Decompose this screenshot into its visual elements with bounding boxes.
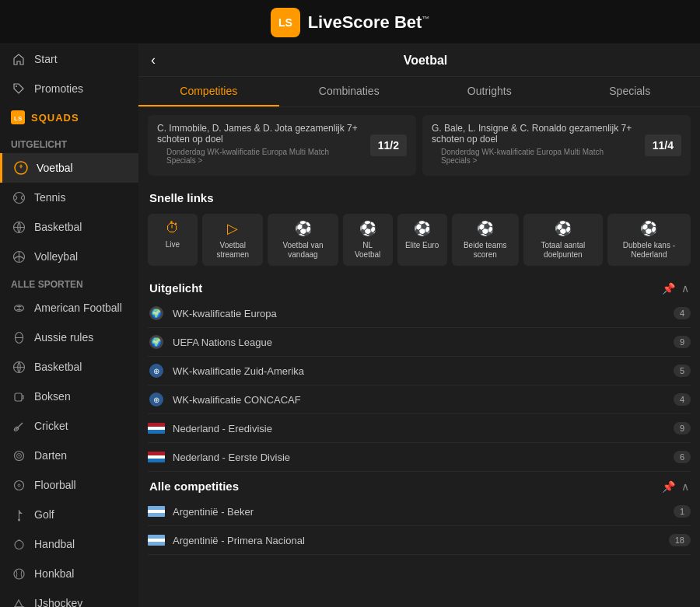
tab-bar: Competities Combinaties Outrights Specia… bbox=[138, 77, 700, 107]
live-icon: ⏱ bbox=[166, 220, 180, 236]
ql-streamen[interactable]: ▷ Voetbal streamen bbox=[202, 214, 263, 266]
collapse2-icon[interactable]: ∧ bbox=[681, 480, 689, 493]
globe2-icon: 🌍 bbox=[149, 335, 163, 349]
sidebar-item-floorball[interactable]: Floorball bbox=[0, 470, 138, 500]
sidebar-item-aussie-rules[interactable]: Aussie rules bbox=[0, 323, 138, 352]
conf-icon: ⊕ bbox=[149, 364, 163, 378]
sidebar-item-ijshockey[interactable]: IJshockey bbox=[0, 588, 138, 607]
cricket-icon bbox=[11, 418, 26, 434]
logo-icon: LS bbox=[271, 8, 300, 37]
sidebar-item-american-football[interactable]: American Football bbox=[0, 293, 138, 323]
uitgelicht-actions: 📌 ∧ bbox=[662, 282, 689, 295]
sidebar-item-basketbal2[interactable]: Basketbal bbox=[0, 352, 138, 382]
ql-nl-voetbal[interactable]: ⚽ NL Voetbal bbox=[343, 214, 393, 266]
ql-streamen-label: Voetbal streamen bbox=[210, 241, 255, 260]
pin2-icon[interactable]: 📌 bbox=[662, 480, 675, 493]
golf-icon bbox=[11, 507, 26, 522]
svg-text:LS: LS bbox=[14, 115, 23, 122]
sidebar-item-handbal[interactable]: Handbal bbox=[0, 529, 138, 559]
promo-odds-0[interactable]: 11/2 bbox=[370, 134, 407, 156]
main-layout: Start Promoties LS SQUADS Uitgelicht bbox=[0, 44, 700, 607]
tennis-icon bbox=[11, 190, 26, 205]
ql-live[interactable]: ⏱ Live bbox=[148, 214, 198, 266]
comp-name-uefa: UEFA Nations League bbox=[173, 337, 674, 348]
basketball-icon bbox=[11, 219, 26, 235]
svg-marker-20 bbox=[19, 511, 23, 514]
stream-icon: ▷ bbox=[227, 220, 238, 237]
quick-links-row: ⏱ Live ▷ Voetbal streamen ⚽ Voetbal van … bbox=[138, 209, 700, 274]
svg-marker-4 bbox=[19, 164, 23, 169]
comp-item-eerste[interactable]: Nederland - Eerste Divisie 6 bbox=[148, 443, 691, 472]
tab-competities[interactable]: Competities bbox=[138, 77, 279, 106]
logo: LS LiveScore Bet™ bbox=[271, 8, 430, 37]
sidebar-item-start[interactable]: Start bbox=[0, 44, 138, 74]
comp-item-eredivisie[interactable]: Nederland - Eredivisie 9 bbox=[148, 414, 691, 443]
tab-outrights[interactable]: Outrights bbox=[419, 77, 560, 106]
volleyball-icon bbox=[11, 249, 26, 264]
alle-comp-header: Alle competities 📌 ∧ bbox=[138, 472, 700, 497]
sidebar-item-volleybal[interactable]: Volleybal bbox=[0, 242, 138, 271]
home-icon bbox=[11, 51, 26, 67]
promo-card-1[interactable]: G. Bale, L. Insigne & C. Ronaldo gezamen… bbox=[422, 115, 691, 176]
sidebar-item-honkbal[interactable]: Honkbal bbox=[0, 559, 138, 588]
sidebar-item-voetbal[interactable]: Voetbal bbox=[0, 153, 138, 183]
aussie-icon bbox=[11, 330, 26, 345]
ql-elite-label: Elite Euro bbox=[405, 241, 439, 250]
baseball-icon bbox=[11, 566, 26, 581]
tab-combinaties[interactable]: Combinaties bbox=[279, 77, 420, 106]
svg-point-21 bbox=[18, 518, 20, 521]
sidebar-item-boksen[interactable]: Boksen bbox=[0, 382, 138, 411]
comp-name-wk-europa: WK-kwalificatie Europa bbox=[173, 308, 674, 319]
sidebar-item-promoties[interactable]: Promoties bbox=[0, 74, 138, 103]
comp-item-arg-beker[interactable]: Argentinië - Beker 1 bbox=[148, 497, 691, 526]
ql-dubbele-kans[interactable]: ⚽ Dubbele kans - Nederland bbox=[607, 214, 691, 266]
svg-point-5 bbox=[13, 192, 24, 203]
comp-item-concacaf[interactable]: ⊕ WK-kwalificatie CONCACAF 4 bbox=[148, 385, 691, 414]
flag-arg-primera bbox=[148, 534, 165, 546]
ql-beide-teams[interactable]: ⚽ Beide teams scoren bbox=[452, 214, 519, 266]
promo-text-0: C. Immobile, D. James & D. Jota gezamenl… bbox=[157, 123, 364, 145]
ql-live-label: Live bbox=[166, 240, 180, 249]
comp-count-arg-primera: 18 bbox=[669, 534, 691, 546]
comp-count-wk-za: 5 bbox=[674, 365, 691, 377]
sidebar-item-basketbal[interactable]: Basketbal bbox=[0, 212, 138, 242]
sidebar-item-golf[interactable]: Golf bbox=[0, 500, 138, 529]
comp-item-uefa[interactable]: 🌍 UEFA Nations League 9 bbox=[148, 328, 691, 357]
comp-count-concacaf: 4 bbox=[674, 393, 691, 406]
svg-point-17 bbox=[14, 480, 23, 490]
comp-item-wk-europa[interactable]: 🌍 WK-kwalificatie Europa 4 bbox=[148, 299, 691, 328]
ql-totaal[interactable]: ⚽ Totaal aantal doelpunten bbox=[523, 214, 603, 266]
comp-name-eredivisie: Nederland - Eredivisie bbox=[173, 423, 674, 434]
ql-elite-euro[interactable]: ⚽ Elite Euro bbox=[397, 214, 447, 266]
logo-text: LiveScore Bet™ bbox=[308, 12, 430, 33]
sidebar-item-cricket[interactable]: Cricket bbox=[0, 411, 138, 441]
alle-comp-title: Alle competities bbox=[149, 480, 239, 493]
comp-item-wk-za[interactable]: ⊕ WK-kwalificatie Zuid-Amerika 5 bbox=[148, 357, 691, 385]
conf2-icon: ⊕ bbox=[149, 392, 163, 406]
nl-flag bbox=[148, 423, 165, 434]
collapse-icon[interactable]: ∧ bbox=[681, 282, 689, 295]
comp-item-arg-primera[interactable]: Argentinië - Primera Nacional 18 bbox=[148, 526, 691, 555]
promo-odds-1[interactable]: 11/4 bbox=[645, 134, 681, 156]
ql-dubbele-label: Dubbele kans - Nederland bbox=[615, 241, 683, 260]
sidebar-item-darten[interactable]: Darten bbox=[0, 441, 138, 470]
ql-vandaag[interactable]: ⚽ Voetbal van vandaag bbox=[268, 214, 338, 266]
tag-icon bbox=[11, 81, 26, 96]
tab-specials[interactable]: Specials bbox=[560, 77, 701, 106]
promo-link-0: Donderdag WK-kwalificatie Europa Multi M… bbox=[157, 145, 364, 168]
pin-icon[interactable]: 📌 bbox=[662, 282, 675, 295]
sidebar: Start Promoties LS SQUADS Uitgelicht bbox=[0, 44, 138, 607]
svg-point-22 bbox=[15, 540, 23, 549]
comp-count-uefa: 9 bbox=[674, 336, 691, 348]
comp-name-arg-beker: Argentinië - Beker bbox=[173, 506, 674, 518]
competition-list: 🌍 WK-kwalificatie Europa 4 🌍 UEFA Nation… bbox=[138, 299, 700, 472]
ql-beide-label: Beide teams scoren bbox=[460, 241, 511, 260]
svg-point-1 bbox=[16, 85, 17, 87]
uitgelicht-title: Uitgelicht bbox=[149, 281, 202, 295]
back-button[interactable]: ‹ bbox=[151, 52, 156, 68]
soccer-today-icon: ⚽ bbox=[295, 220, 312, 237]
svg-point-16 bbox=[18, 455, 19, 456]
promo-card-0[interactable]: C. Immobile, D. James & D. Jota gezamenl… bbox=[148, 115, 416, 176]
sidebar-item-squads[interactable]: LS SQUADS bbox=[0, 103, 138, 131]
sidebar-item-tennis[interactable]: Tennis bbox=[0, 183, 138, 212]
